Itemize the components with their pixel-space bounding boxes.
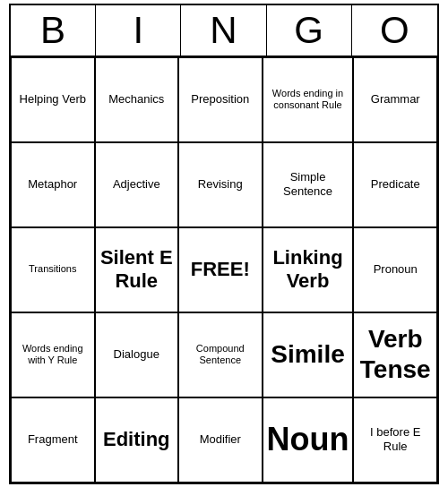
bingo-cell: Simile xyxy=(263,312,354,397)
cell-text: Transitions xyxy=(29,263,76,275)
bingo-cell: FREE! xyxy=(178,227,263,312)
cell-text: Metaphor xyxy=(28,177,77,192)
bingo-cell: Pronoun xyxy=(353,227,437,312)
cell-text: Grammar xyxy=(371,92,420,107)
header-letter: N xyxy=(181,5,266,56)
bingo-header: BINGO xyxy=(11,5,437,57)
cell-text: Words ending with Y Rule xyxy=(15,343,90,366)
cell-text: Modifier xyxy=(200,432,241,447)
cell-text: Simple Sentence xyxy=(267,170,349,198)
bingo-cell: I before E Rule xyxy=(353,397,437,483)
cell-text: Preposition xyxy=(191,92,249,107)
bingo-cell: Silent E Rule xyxy=(95,227,179,312)
cell-text: Words ending in consonant Rule xyxy=(267,88,349,111)
bingo-card: BINGO Helping VerbMechanicsPrepositionWo… xyxy=(9,4,439,484)
cell-text: FREE! xyxy=(191,258,250,281)
bingo-cell: Words ending in consonant Rule xyxy=(263,57,354,142)
cell-text: Noun xyxy=(267,420,349,458)
header-letter: G xyxy=(267,5,352,56)
cell-text: Revising xyxy=(198,177,243,192)
bingo-cell: Preposition xyxy=(178,57,263,142)
header-letter: B xyxy=(11,5,96,56)
header-letter: O xyxy=(352,5,437,56)
bingo-cell: Predicate xyxy=(353,142,437,227)
cell-text: Silent E Rule xyxy=(99,246,175,294)
bingo-cell: Simple Sentence xyxy=(263,142,354,227)
cell-text: Dialogue xyxy=(114,347,159,362)
cell-text: Editing xyxy=(103,428,170,451)
cell-text: Fragment xyxy=(28,432,78,447)
cell-text: Pronoun xyxy=(374,262,418,277)
cell-text: Simile xyxy=(271,339,344,370)
bingo-cell: Linking Verb xyxy=(263,227,354,312)
cell-text: Predicate xyxy=(371,177,420,192)
bingo-cell: Dialogue xyxy=(95,312,179,397)
bingo-cell: Fragment xyxy=(11,397,95,483)
cell-text: Adjective xyxy=(113,177,160,192)
bingo-cell: Grammar xyxy=(353,57,437,142)
bingo-cell: Compound Sentence xyxy=(178,312,263,397)
cell-text: Mechanics xyxy=(108,92,164,107)
bingo-cell: Adjective xyxy=(95,142,179,227)
bingo-cell: Metaphor xyxy=(11,142,95,227)
cell-text: Compound Sentence xyxy=(183,343,258,366)
header-letter: I xyxy=(96,5,181,56)
cell-text: Linking Verb xyxy=(267,246,349,294)
cell-text: Verb Tense xyxy=(358,324,433,384)
bingo-cell: Mechanics xyxy=(95,57,179,142)
bingo-grid: Helping VerbMechanicsPrepositionWords en… xyxy=(11,57,437,483)
bingo-cell: Modifier xyxy=(178,397,263,483)
cell-text: Helping Verb xyxy=(20,92,86,107)
bingo-cell: Words ending with Y Rule xyxy=(11,312,95,397)
bingo-cell: Verb Tense xyxy=(353,312,437,397)
bingo-cell: Transitions xyxy=(11,227,95,312)
bingo-cell: Editing xyxy=(95,397,179,483)
bingo-cell: Revising xyxy=(178,142,263,227)
cell-text: I before E Rule xyxy=(358,425,433,453)
bingo-cell: Helping Verb xyxy=(11,57,95,142)
bingo-cell: Noun xyxy=(263,397,354,483)
